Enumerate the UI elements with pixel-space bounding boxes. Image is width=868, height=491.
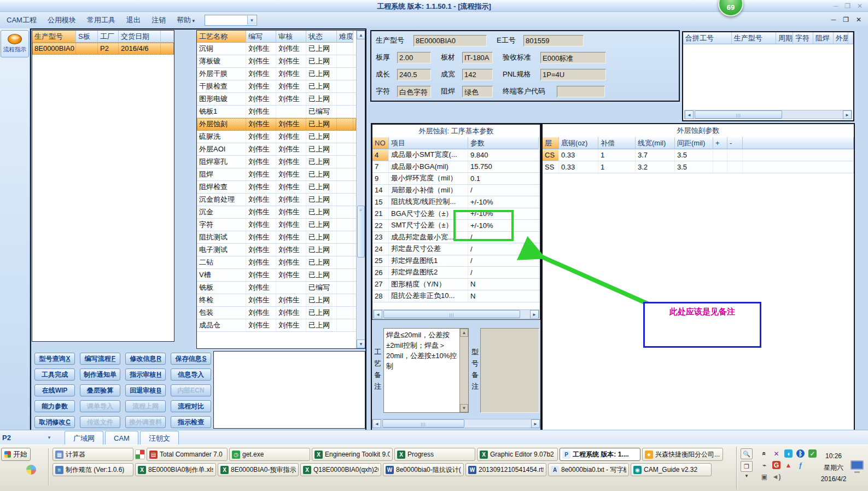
g-app-icon[interactable]: G — [772, 461, 780, 469]
quick-launch-icon[interactable] — [26, 465, 36, 475]
start-button[interactable]: 开始 — [1, 448, 31, 461]
column-header[interactable]: 工艺名称 — [197, 31, 246, 43]
action-button[interactable]: 型号查询X — [34, 353, 75, 365]
action-button[interactable]: 在线WIP — [34, 384, 75, 396]
column-header[interactable]: 项目 — [389, 137, 468, 149]
action-button[interactable]: 修改信息R — [125, 353, 166, 365]
action-button[interactable]: 编写流程F — [80, 353, 120, 365]
table-row[interactable]: 二钻刘伟生刘伟生已上网 — [197, 256, 356, 269]
column-header[interactable]: 线宽(mil) — [636, 137, 675, 149]
field-value[interactable]: E000标准 — [540, 52, 606, 63]
merge-hscrollbar[interactable]: ◄ ||| ► — [684, 110, 852, 119]
action-button[interactable]: 叠层验算 — [80, 384, 120, 396]
field-value[interactable]: 801559 — [523, 35, 584, 46]
action-button[interactable]: 信息导入 — [171, 369, 211, 381]
action-button[interactable]: 取消修改C — [34, 416, 75, 428]
table-row[interactable]: 成品仓刘伟生刘伟生已上网 — [197, 319, 356, 332]
table-row[interactable]: 沉金前处理刘伟生刘伟生已上网 — [197, 194, 356, 206]
field-value[interactable]: 142 — [462, 69, 493, 80]
table-row[interactable]: 图形电镀刘伟生刘伟生已上网 — [197, 93, 356, 106]
scrollbar-thumb[interactable]: ||| — [695, 110, 782, 119]
close-icon[interactable]: ✕ — [857, 2, 863, 10]
field-value[interactable]: 8E0000BIA0 — [413, 35, 487, 46]
action-button[interactable]: 指示审核H — [125, 369, 166, 381]
column-header[interactable]: 交货日期 — [119, 31, 161, 43]
triangle-app-icon[interactable]: ▲ — [784, 461, 793, 469]
table-row[interactable]: 7成品最小BGA(mil)15.750 — [372, 161, 540, 173]
taskbar-button[interactable]: W2013091210541454.rtf ... — [465, 463, 546, 476]
table-row[interactable]: 阻焊检查刘伟生刘伟生已上网 — [197, 181, 356, 194]
display-icon[interactable] — [850, 447, 867, 489]
table-row[interactable]: 14局部最小补偿（mil）/ — [372, 185, 540, 197]
taskbar-button[interactable]: A8e0000bia0.txt - 写字板 — [548, 463, 629, 476]
table-row[interactable]: 铣板刘伟生已编写 — [197, 282, 356, 294]
restore-icon[interactable]: ❐ — [844, 2, 850, 10]
field-value[interactable]: 2.00 — [397, 52, 431, 63]
scrollbar-thumb[interactable]: ≡ — [357, 206, 365, 258]
table-row[interactable]: 外层干膜刘伟生刘伟生已上网 — [197, 68, 356, 80]
taskbar-button[interactable]: XEngineering Toolkit 9.0... — [312, 448, 393, 461]
strip-tab-3[interactable]: 汪朝文 — [140, 431, 179, 445]
taskbar-button[interactable]: XGraphic Editor 9.07b2 (... — [477, 448, 558, 461]
menu-item-1[interactable]: CAM工程 — [1, 13, 42, 27]
table-row[interactable]: 终检刘伟生刘伟生已上网 — [197, 294, 356, 307]
collapse-icon[interactable]: « — [760, 449, 768, 458]
action-button[interactable]: 接外调资料 — [125, 416, 166, 428]
process-scrollbar[interactable]: ▲ ≡ ▼ — [356, 31, 365, 348]
table-row[interactable]: 阻抗测试刘伟生刘伟生已上网 — [197, 231, 356, 244]
column-header[interactable]: 外层 — [834, 32, 848, 44]
menu-item-6[interactable]: 帮助 ▾ — [171, 13, 200, 27]
flash-app-icon[interactable]: ƒ — [796, 461, 805, 469]
field-value[interactable]: IT-180A — [462, 52, 493, 63]
taskbar-button[interactable]: ▦计算器 — [53, 448, 133, 461]
action-button[interactable]: 保存信息S — [171, 353, 211, 365]
taskbar-button[interactable]: W8e0000bia0-阻抗设计(... — [383, 463, 464, 476]
table-row[interactable]: V槽刘伟生刘伟生已上网 — [197, 269, 356, 282]
scroll-down-icon[interactable]: ▼ — [460, 404, 468, 412]
plug-icon[interactable]: ⌁ — [760, 461, 768, 469]
table-row[interactable]: 包装刘伟生刘伟生已上网 — [197, 307, 356, 319]
column-header[interactable]: 参数 — [468, 137, 539, 149]
action-button[interactable]: 内部ECN — [171, 384, 211, 396]
chevron-down-icon[interactable]: ▼ — [741, 474, 758, 478]
field-value[interactable]: 绿色 — [462, 86, 493, 97]
taskbar-button[interactable]: XQ18E0000BIA0(qxh)20... — [300, 463, 381, 476]
cascade-windows-icon[interactable]: ❐ — [741, 461, 753, 472]
action-button[interactable]: 能力参数 — [34, 400, 75, 412]
x-app-icon[interactable]: ✕ — [772, 449, 780, 458]
middle-hscrollbar[interactable]: ◄ ||| ► — [372, 419, 540, 428]
column-header[interactable]: S板 — [76, 31, 98, 43]
strip-tab-2[interactable]: CAM — [105, 431, 138, 445]
taskbar-button[interactable]: ◷get.exe — [229, 448, 310, 461]
menu-item-5[interactable]: 注销 — [146, 13, 171, 27]
pinwheel-icon[interactable] — [135, 449, 145, 459]
magnifier-icon[interactable]: 🔍 — [741, 448, 753, 459]
column-header[interactable]: 周期 — [776, 32, 793, 44]
column-header[interactable]: 层 — [543, 137, 559, 149]
scroll-right-icon[interactable]: ► — [843, 110, 852, 119]
table-row[interactable]: SS0.3313.23.5 — [543, 161, 854, 173]
menu-item-4[interactable]: 退出 — [121, 13, 146, 27]
column-header[interactable]: 阻焊 — [813, 32, 834, 44]
field-value[interactable]: 白色字符 — [397, 86, 431, 97]
chevron-down-icon[interactable]: ▼ — [247, 16, 256, 25]
column-header[interactable]: 生产型号 — [732, 32, 776, 44]
table-row[interactable]: 沉铜刘伟生刘伟生已上网 — [197, 43, 356, 55]
scroll-down-icon[interactable]: ▼ — [357, 340, 365, 348]
table-row[interactable]: 沉金刘伟生刘伟生已上网 — [197, 206, 356, 219]
menu-combobox[interactable]: ▼ — [205, 15, 257, 26]
table-row[interactable]: 字符刘伟生刘伟生已上网 — [197, 219, 356, 231]
column-header[interactable]: 编写 — [246, 31, 276, 43]
column-header[interactable]: 字符 — [793, 32, 813, 44]
column-header[interactable]: 合拼工号 — [683, 32, 732, 44]
process-remark-textarea[interactable]: 焊盘≤20mil，公差按±2mil控制；焊盘＞20mil，公差按±10%控制 ▲… — [383, 328, 469, 413]
field-value[interactable] — [557, 86, 605, 97]
action-button[interactable]: 调单导入 — [80, 400, 120, 412]
bluetooth-icon[interactable]: ᛒ — [796, 449, 805, 458]
menu-item-3[interactable]: 常用工具 — [81, 13, 121, 27]
factory-selector[interactable]: P2 — [2, 434, 11, 442]
messenger-icon[interactable]: ◖ — [784, 449, 793, 458]
action-button[interactable]: 流程上网 — [125, 400, 166, 412]
tray-clock[interactable]: 10:26 星期六 2016/4/2 — [817, 447, 850, 489]
table-row[interactable]: CS0.3313.73.5 — [543, 149, 854, 161]
